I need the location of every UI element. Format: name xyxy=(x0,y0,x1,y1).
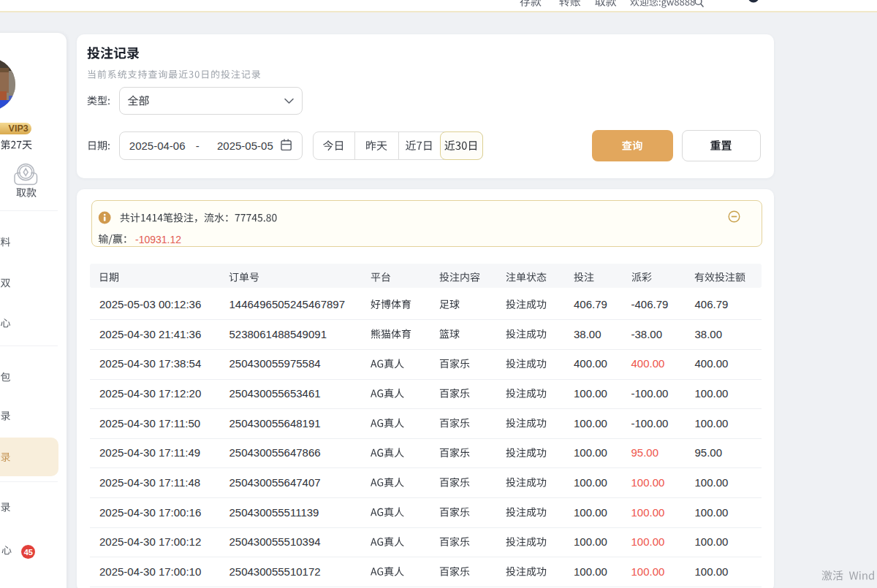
svg-text:100.00: 100.00 xyxy=(631,565,665,578)
svg-text:250430055511139: 250430055511139 xyxy=(229,506,319,519)
svg-text:250430055653461: 250430055653461 xyxy=(229,387,321,400)
svg-text:-100.00: -100.00 xyxy=(631,417,669,429)
svg-text:400.00: 400.00 xyxy=(574,357,607,370)
svg-text:1446496505245467897: 1446496505245467897 xyxy=(229,298,346,310)
svg-text:45: 45 xyxy=(24,548,33,557)
svg-text:2025-04-30 17:38:54: 2025-04-30 17:38:54 xyxy=(99,357,201,370)
svg-text:100.00: 100.00 xyxy=(695,565,729,578)
svg-text:100.00: 100.00 xyxy=(695,535,729,548)
svg-text:-10931.12: -10931.12 xyxy=(135,234,181,245)
svg-text:2025-04-30 17:11:49: 2025-04-30 17:11:49 xyxy=(99,446,200,459)
svg-text:-38.00: -38.00 xyxy=(631,328,663,340)
svg-text:2025-04-30 17:11:50: 2025-04-30 17:11:50 xyxy=(99,417,200,429)
svg-text:2025-04-30 21:41:36: 2025-04-30 21:41:36 xyxy=(99,328,201,340)
svg-text:2025-04-30 17:00:10: 2025-04-30 17:00:10 xyxy=(99,565,201,578)
svg-text:100.00: 100.00 xyxy=(631,506,665,519)
svg-text:100.00: 100.00 xyxy=(574,446,607,459)
svg-text:-406.79: -406.79 xyxy=(631,298,669,310)
svg-text:2025-04-06: 2025-04-06 xyxy=(129,140,186,152)
svg-text:-100.00: -100.00 xyxy=(631,387,669,400)
svg-text:95.00: 95.00 xyxy=(695,446,723,459)
svg-text:406.79: 406.79 xyxy=(574,298,607,310)
svg-text:250430055510394: 250430055510394 xyxy=(229,535,321,548)
svg-text:100.00: 100.00 xyxy=(574,535,607,548)
svg-text:5238061488549091: 5238061488549091 xyxy=(229,328,327,340)
svg-text:250430055510172: 250430055510172 xyxy=(229,565,321,578)
svg-text:100.00: 100.00 xyxy=(574,387,607,400)
svg-text:250430055648191: 250430055648191 xyxy=(229,417,321,429)
svg-text:406.79: 406.79 xyxy=(695,298,729,310)
svg-text:38.00: 38.00 xyxy=(574,328,601,340)
svg-text:VIP3: VIP3 xyxy=(9,123,29,134)
svg-text:100.00: 100.00 xyxy=(574,565,607,578)
svg-text:2025-04-30 17:12:20: 2025-04-30 17:12:20 xyxy=(99,387,201,400)
svg-text:100.00: 100.00 xyxy=(695,476,729,489)
svg-text:2025-05-05: 2025-05-05 xyxy=(217,140,273,152)
svg-text:2025-05-03 00:12:36: 2025-05-03 00:12:36 xyxy=(99,298,201,310)
svg-text:2025-04-30 17:00:12: 2025-04-30 17:00:12 xyxy=(99,535,201,548)
svg-text:100.00: 100.00 xyxy=(695,417,729,429)
svg-text:2025-04-30 17:11:48: 2025-04-30 17:11:48 xyxy=(99,476,200,489)
svg-text:250430055975584: 250430055975584 xyxy=(229,357,321,370)
svg-text:100.00: 100.00 xyxy=(695,387,729,400)
svg-text:-: - xyxy=(196,140,200,152)
svg-text:95.00: 95.00 xyxy=(631,446,659,459)
svg-text:100.00: 100.00 xyxy=(695,506,729,519)
svg-text:400.00: 400.00 xyxy=(695,357,729,370)
svg-text:100.00: 100.00 xyxy=(631,535,665,548)
svg-text:400.00: 400.00 xyxy=(631,357,665,370)
svg-text:2025-04-30 17:00:16: 2025-04-30 17:00:16 xyxy=(99,506,201,519)
svg-text:38.00: 38.00 xyxy=(695,328,723,340)
svg-text:100.00: 100.00 xyxy=(574,506,607,519)
svg-text:250430055647866: 250430055647866 xyxy=(229,446,321,459)
svg-text:250430055647407: 250430055647407 xyxy=(229,476,321,489)
svg-text:100.00: 100.00 xyxy=(574,476,607,489)
svg-text:100.00: 100.00 xyxy=(631,476,665,489)
svg-text:100.00: 100.00 xyxy=(574,417,607,429)
